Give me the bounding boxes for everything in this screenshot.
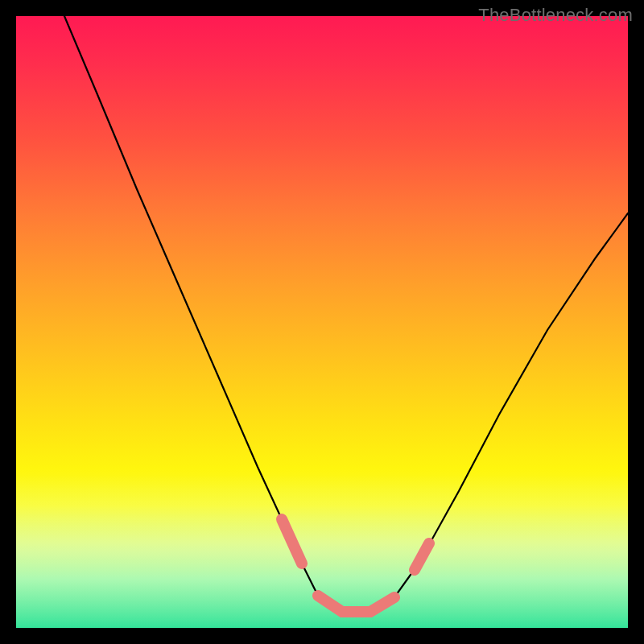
chart-frame: TheBottleneck.com — [0, 0, 644, 644]
bottleneck-curve — [64, 16, 628, 612]
curve-svg — [16, 16, 628, 628]
watermark-text: TheBottleneck.com — [478, 5, 633, 26]
highlight-pink-left — [282, 519, 302, 564]
highlight-pink-right — [415, 543, 429, 570]
plot-area — [16, 16, 628, 628]
highlight-pink-bottom — [318, 596, 394, 612]
